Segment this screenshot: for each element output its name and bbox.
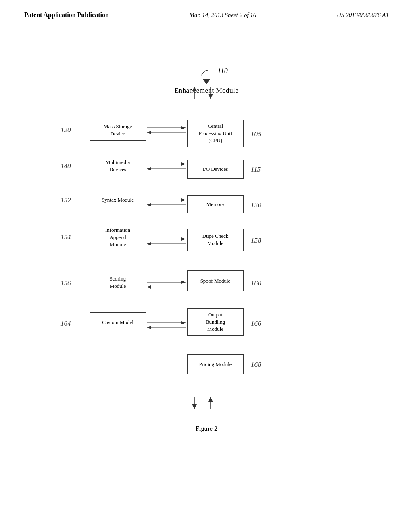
ref-168: 168 xyxy=(251,361,261,369)
ref-130: 130 xyxy=(251,201,261,209)
ref-152: 152 xyxy=(60,196,71,204)
multimedia-label: MultimediaDevices xyxy=(106,159,130,173)
ref-115: 115 xyxy=(251,166,261,174)
ref-158: 158 xyxy=(251,237,261,245)
svg-marker-15 xyxy=(147,167,151,170)
publication-number: US 2013/0066676 A1 xyxy=(337,12,389,19)
svg-marker-3 xyxy=(208,94,213,99)
io-devices-label: I/O Devices xyxy=(203,166,228,173)
svg-marker-21 xyxy=(181,237,186,241)
scoring-label: ScoringModule xyxy=(110,275,126,290)
output-bundling-label: OutputBundlingModule xyxy=(206,311,225,333)
pricing-label: Pricing Module xyxy=(199,361,232,368)
memory-label: Memory xyxy=(206,201,225,208)
svg-marker-13 xyxy=(181,162,186,166)
curved-arrow-110 xyxy=(193,68,209,76)
io-devices-box: I/O Devices xyxy=(187,160,244,179)
ref-156: 156 xyxy=(60,279,71,287)
publication-date: Mar. 14, 2013 Sheet 2 of 16 xyxy=(190,12,257,19)
diagram-wrapper: Mass StorageDevice 120 MultimediaDevices… xyxy=(53,99,360,413)
scoring-box: ScoringModule xyxy=(90,272,146,293)
output-bundling-box: OutputBundlingModule xyxy=(187,308,244,336)
svg-marker-7 xyxy=(208,397,213,402)
enhancement-label: Enhancement Module xyxy=(175,87,239,95)
syntax-box: Syntax Module xyxy=(90,191,146,209)
multimedia-box: MultimediaDevices xyxy=(90,156,146,176)
svg-marker-17 xyxy=(181,198,186,202)
memory-box: Memory xyxy=(187,195,244,213)
info-append-label: InformationAppendModule xyxy=(105,227,130,249)
ref-160: 160 xyxy=(251,279,261,287)
syntax-label: Syntax Module xyxy=(102,196,134,204)
svg-marker-31 xyxy=(147,326,151,329)
spoof-box: Spoof Module xyxy=(187,270,244,291)
svg-marker-25 xyxy=(181,281,186,284)
svg-marker-27 xyxy=(147,285,151,289)
figure-caption: Figure 2 xyxy=(196,425,217,432)
svg-marker-23 xyxy=(147,242,151,245)
svg-marker-29 xyxy=(181,321,186,324)
ref-166: 166 xyxy=(251,320,261,328)
svg-marker-9 xyxy=(181,126,186,129)
cpu-box: CentralProcessing Unit(CPU) xyxy=(187,120,244,147)
svg-marker-11 xyxy=(147,131,151,134)
down-arrow-icon xyxy=(202,79,211,84)
custom-model-label: Custom Model xyxy=(102,319,133,326)
dupe-check-box: Dupe CheckModule xyxy=(187,229,244,251)
cpu-label: CentralProcessing Unit(CPU) xyxy=(199,123,232,145)
svg-marker-5 xyxy=(192,404,197,409)
ref-110: 110 xyxy=(217,67,228,75)
diagram-area: 110 Enhancement Module xyxy=(0,67,413,432)
mass-storage-label: Mass StorageDevice xyxy=(104,123,132,137)
mass-storage-box: Mass StorageDevice xyxy=(90,120,146,141)
info-append-box: InformationAppendModule xyxy=(90,224,146,251)
ref-105: 105 xyxy=(251,130,261,138)
ref-154: 154 xyxy=(60,233,71,241)
ref-140: 140 xyxy=(60,162,71,170)
svg-marker-19 xyxy=(147,203,151,206)
page-header: Patent Application Publication Mar. 14, … xyxy=(0,0,413,19)
ref-120: 120 xyxy=(60,126,71,134)
dupe-check-label: Dupe CheckModule xyxy=(202,233,229,247)
custom-model-box: Custom Model xyxy=(90,312,146,332)
ref-164: 164 xyxy=(60,320,71,328)
publication-title: Patent Application Publication xyxy=(24,11,109,19)
top-arrow-area: 110 xyxy=(193,67,220,84)
pricing-box: Pricing Module xyxy=(187,354,244,374)
spoof-label: Spoof Module xyxy=(200,277,231,285)
